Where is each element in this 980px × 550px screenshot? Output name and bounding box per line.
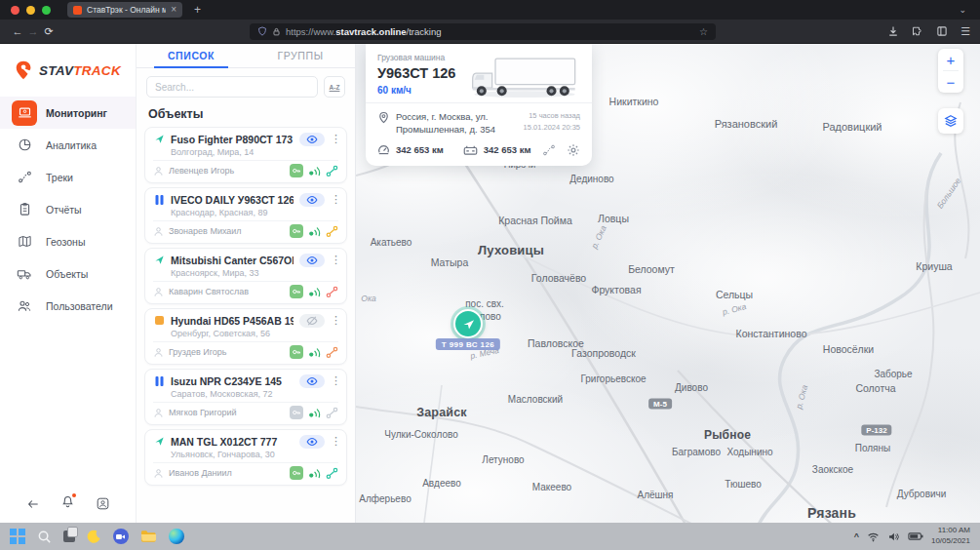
more-icon[interactable]: ⋮ <box>331 435 338 448</box>
edge-browser-icon[interactable] <box>169 529 184 544</box>
task-view-icon[interactable] <box>63 530 75 542</box>
system-tray[interactable]: ^ 11:00 AM 10/05/2021 <box>854 526 970 547</box>
map-label: Радовицкий <box>822 121 882 133</box>
taskbar-search-icon[interactable] <box>37 530 52 544</box>
tab-list-chevron-icon[interactable]: ⌄ <box>959 5 966 15</box>
new-tab-button[interactable]: + <box>194 3 201 17</box>
map-label: Тюшево <box>725 479 762 490</box>
sidebar-item-objects[interactable]: Объекты <box>0 257 136 290</box>
map-label: р. Ока <box>589 224 608 251</box>
map-layers-button[interactable] <box>938 108 963 134</box>
sidebar-toggle-icon[interactable] <box>936 25 948 37</box>
map-label: Масловский <box>508 394 563 405</box>
visibility-eye-icon[interactable] <box>299 254 325 267</box>
sidebar-item-label: Мониторинг <box>46 107 107 119</box>
visibility-eye-icon[interactable] <box>299 374 325 388</box>
bookmark-star-icon[interactable]: ☆ <box>699 26 708 37</box>
sidebar-item-reports[interactable]: Отчёты <box>0 193 136 225</box>
toolbar-actions: ☰ <box>887 25 970 38</box>
map-label: Рыбное <box>704 428 751 442</box>
ignition-key-icon <box>290 466 303 480</box>
search-input[interactable] <box>146 76 318 98</box>
taskbar-clock[interactable]: 11:00 AM 10/05/2021 <box>931 526 970 547</box>
sidebar-item-analytics[interactable]: Аналитика <box>0 129 136 161</box>
window-controls[interactable] <box>0 6 51 15</box>
vehicle-card[interactable]: IVECO DAILY У963СТ 126 ⋮ Краснодар, Крас… <box>144 187 347 244</box>
visibility-eye-off-icon[interactable] <box>299 314 325 328</box>
sidebar-item-tracks[interactable]: Треки <box>0 161 136 193</box>
zoom-in-button[interactable]: + <box>938 49 963 70</box>
odometer-value: 342 653 км <box>396 144 444 155</box>
url-bar[interactable]: https://www.stavtrack.online/tracking ☆ <box>250 23 716 40</box>
vehicle-name: Hyundai HD65 Р456АВ 197 <box>171 315 294 327</box>
objects-icon <box>12 261 37 287</box>
map-label: Сельцы <box>716 289 753 300</box>
connection-icon <box>326 346 338 359</box>
odometer-icon <box>377 143 390 156</box>
sort-az-button[interactable]: A-Z <box>324 76 345 98</box>
show-track-button[interactable] <box>542 143 556 157</box>
ignition-key-icon <box>290 345 303 359</box>
tracking-shield-icon[interactable] <box>257 26 267 36</box>
map-label: Григорьевское <box>580 373 646 384</box>
more-icon[interactable]: ⋮ <box>331 314 338 327</box>
ignition-key-icon <box>290 285 303 298</box>
signal-icon <box>308 407 321 419</box>
chat-app-icon[interactable] <box>113 529 129 544</box>
vehicle-heading-icon <box>461 317 476 332</box>
driver-icon <box>153 166 164 177</box>
reload-button[interactable]: ⟳ <box>41 25 57 38</box>
visibility-eye-icon[interactable] <box>299 133 325 146</box>
menu-icon[interactable]: ☰ <box>960 25 970 38</box>
sidebar-menu: Мониторинг Аналитика Треки Отчёты Геозон… <box>0 97 136 322</box>
tab-close-icon[interactable]: × <box>171 5 176 15</box>
maximize-window-button[interactable] <box>42 6 51 15</box>
visibility-eye-icon[interactable] <box>299 435 325 449</box>
vehicle-card[interactable]: Isuzu NPR С234УЕ 145 ⋮ Саратов, Московск… <box>144 369 347 425</box>
map-label: Алферьево <box>359 493 411 504</box>
sidebar-item-monitoring[interactable]: Мониторинг <box>0 97 136 129</box>
more-icon[interactable]: ⋮ <box>331 193 338 206</box>
map-label: Авдеево <box>422 478 461 489</box>
map-label: Солотча <box>855 382 895 394</box>
driver-icon <box>153 226 164 237</box>
vehicle-card[interactable]: Fuso Fighter Р890СТ 173 ⋮ Волгоград, Мир… <box>144 127 347 183</box>
start-button[interactable] <box>10 529 25 544</box>
more-icon[interactable]: ⋮ <box>331 374 338 387</box>
vehicle-card[interactable]: Mitsubishi Canter С567ОР 790 ⋮ Красноярс… <box>144 248 347 304</box>
tab-list[interactable]: СПИСОК <box>137 44 246 67</box>
map-label: Акатьево <box>371 237 412 248</box>
downloads-icon[interactable] <box>887 25 899 37</box>
notifications-bell[interactable] <box>60 494 75 513</box>
visibility-eye-icon[interactable] <box>299 193 325 207</box>
vehicle-marker[interactable] <box>453 309 483 338</box>
settings-gear-icon[interactable] <box>567 143 580 157</box>
close-window-button[interactable] <box>11 6 20 15</box>
sidebar-item-geozones[interactable]: Геозоны <box>0 225 136 257</box>
map-label: р. Ока <box>722 301 748 317</box>
map-label: Рязань <box>807 505 856 521</box>
panel-tabs: СПИСОК ГРУППЫ <box>137 44 355 68</box>
more-icon[interactable]: ⋮ <box>331 133 338 145</box>
browser-tab[interactable]: СтавТрэк - Онлайн мониторин × <box>67 2 182 18</box>
forward-button[interactable]: → <box>25 25 41 37</box>
moon-app-icon[interactable] <box>87 530 101 544</box>
file-explorer-icon[interactable] <box>140 530 157 543</box>
minimize-window-button[interactable] <box>26 6 35 15</box>
sidebar-item-label: Объекты <box>46 268 88 280</box>
extensions-icon[interactable] <box>912 25 923 37</box>
tab-groups[interactable]: ГРУППЫ <box>246 44 355 67</box>
map-canvas[interactable]: СергиевскийПирочиДединовоНикиткиноРязано… <box>356 44 980 523</box>
sidebar-item-users[interactable]: Пользователи <box>0 290 136 322</box>
brand-pin-icon <box>14 59 35 81</box>
tray-chevron-icon[interactable]: ^ <box>854 531 859 541</box>
vehicle-card[interactable]: Hyundai HD65 Р456АВ 197 ⋮ Оренбург, Сове… <box>144 308 347 365</box>
more-icon[interactable]: ⋮ <box>331 254 338 266</box>
zoom-out-button[interactable]: − <box>938 71 963 93</box>
back-button[interactable]: ← <box>10 25 25 37</box>
profile-icon[interactable] <box>96 496 110 511</box>
vehicle-card[interactable]: MAN TGL Х012СТ 777 ⋮ Ульяновск, Гончаров… <box>144 429 347 486</box>
vehicle-name: IVECO DAILY У963СТ 126 <box>171 194 294 206</box>
collapse-back-icon[interactable] <box>26 497 40 511</box>
status-moving-icon <box>153 134 165 144</box>
